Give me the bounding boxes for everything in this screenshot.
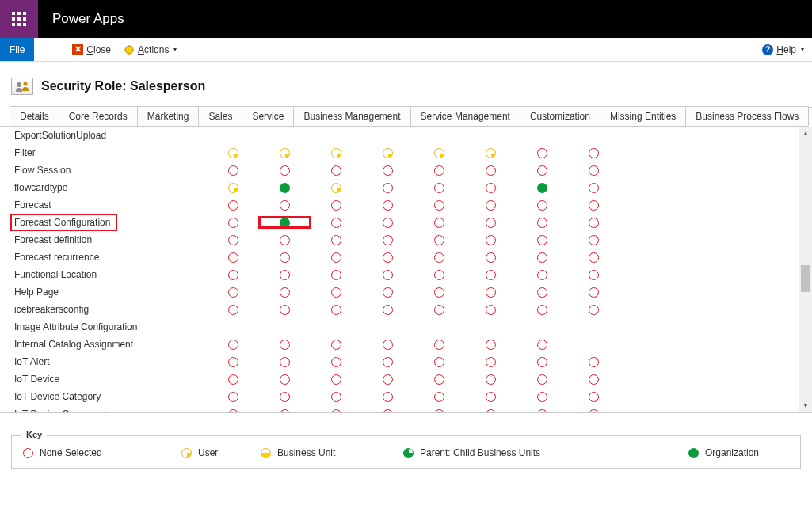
privilege-cell[interactable] bbox=[568, 252, 619, 263]
privilege-cell[interactable] bbox=[362, 147, 414, 158]
privilege-cell[interactable] bbox=[465, 165, 517, 176]
privilege-cell[interactable] bbox=[414, 234, 465, 245]
privilege-cell[interactable] bbox=[465, 287, 517, 298]
privilege-cell[interactable] bbox=[517, 234, 568, 245]
privilege-cell[interactable] bbox=[311, 269, 362, 280]
privilege-cell[interactable] bbox=[259, 408, 311, 412]
help-menu[interactable]: ? Help ▾ bbox=[756, 38, 812, 61]
privilege-cell[interactable] bbox=[311, 165, 362, 176]
privilege-cell[interactable] bbox=[414, 304, 465, 315]
privilege-cell[interactable] bbox=[259, 165, 311, 176]
privilege-cell[interactable] bbox=[414, 408, 465, 412]
privilege-cell[interactable] bbox=[517, 269, 568, 280]
privilege-cell[interactable] bbox=[465, 217, 517, 228]
privilege-cell[interactable] bbox=[362, 182, 414, 193]
privilege-cell[interactable] bbox=[517, 391, 568, 402]
privilege-cell[interactable] bbox=[208, 374, 259, 385]
privilege-cell[interactable] bbox=[208, 182, 259, 193]
privilege-cell[interactable] bbox=[414, 147, 465, 158]
privilege-cell[interactable] bbox=[465, 374, 517, 385]
privilege-cell[interactable] bbox=[517, 165, 568, 176]
privilege-cell[interactable] bbox=[517, 287, 568, 298]
privilege-cell[interactable] bbox=[259, 374, 311, 385]
privilege-cell[interactable] bbox=[465, 339, 517, 350]
privilege-cell[interactable] bbox=[517, 374, 568, 385]
privilege-cell[interactable] bbox=[311, 217, 362, 228]
privilege-cell[interactable] bbox=[259, 252, 311, 263]
scrollbar-track[interactable] bbox=[799, 140, 812, 399]
privilege-cell[interactable] bbox=[517, 147, 568, 158]
privilege-cell[interactable] bbox=[414, 374, 465, 385]
privilege-cell[interactable] bbox=[362, 391, 414, 402]
privilege-cell[interactable] bbox=[414, 287, 465, 298]
privilege-cell[interactable] bbox=[568, 408, 619, 412]
privilege-cell[interactable] bbox=[362, 199, 414, 211]
privilege-cell[interactable] bbox=[465, 391, 517, 402]
privilege-cell[interactable] bbox=[465, 304, 517, 315]
privilege-cell[interactable] bbox=[465, 408, 517, 412]
privilege-cell[interactable] bbox=[208, 339, 259, 350]
privilege-cell[interactable] bbox=[517, 182, 568, 193]
privilege-cell[interactable] bbox=[362, 234, 414, 245]
privilege-cell[interactable] bbox=[311, 199, 362, 211]
scroll-down-arrow-icon[interactable]: ▼ bbox=[799, 399, 812, 412]
privilege-cell[interactable] bbox=[568, 304, 619, 315]
privilege-cell[interactable] bbox=[362, 356, 414, 367]
privilege-cell[interactable] bbox=[568, 217, 619, 228]
tab-core-records[interactable]: Core Records bbox=[59, 106, 138, 126]
privilege-cell[interactable] bbox=[208, 252, 259, 263]
privilege-cell[interactable] bbox=[517, 339, 568, 350]
privilege-cell[interactable] bbox=[311, 391, 362, 402]
privilege-cell[interactable] bbox=[208, 287, 259, 298]
privilege-cell[interactable] bbox=[259, 356, 311, 367]
privilege-cell[interactable] bbox=[414, 165, 465, 176]
privilege-cell[interactable] bbox=[208, 199, 259, 211]
privilege-cell[interactable] bbox=[259, 234, 311, 245]
vertical-scrollbar[interactable]: ▲ ▼ bbox=[799, 127, 812, 412]
tab-service-management[interactable]: Service Management bbox=[410, 106, 520, 126]
tab-missing-entities[interactable]: Missing Entities bbox=[600, 106, 686, 126]
privilege-cell[interactable] bbox=[568, 165, 619, 176]
privilege-cell[interactable] bbox=[259, 199, 311, 211]
privilege-cell[interactable] bbox=[208, 391, 259, 402]
privilege-cell[interactable] bbox=[568, 182, 619, 193]
privilege-cell[interactable] bbox=[311, 234, 362, 245]
privilege-cell[interactable] bbox=[414, 356, 465, 367]
privilege-cell[interactable] bbox=[259, 304, 311, 315]
privilege-cell[interactable] bbox=[465, 234, 517, 245]
tab-service[interactable]: Service bbox=[242, 106, 294, 126]
privilege-cell[interactable] bbox=[362, 374, 414, 385]
privilege-cell[interactable] bbox=[465, 199, 517, 211]
privilege-cell[interactable] bbox=[362, 287, 414, 298]
privilege-cell[interactable] bbox=[311, 304, 362, 315]
privilege-cell[interactable] bbox=[414, 217, 465, 228]
privilege-cell[interactable] bbox=[311, 356, 362, 367]
privilege-cell[interactable] bbox=[517, 199, 568, 211]
privilege-cell[interactable] bbox=[311, 147, 362, 158]
privilege-cell[interactable] bbox=[362, 217, 414, 228]
privilege-cell[interactable] bbox=[208, 408, 259, 412]
privilege-cell[interactable] bbox=[208, 356, 259, 367]
privilege-cell[interactable] bbox=[568, 147, 619, 158]
privilege-cell[interactable] bbox=[208, 304, 259, 315]
actions-menu[interactable]: Actions ▾ bbox=[117, 38, 183, 61]
privilege-cell[interactable] bbox=[517, 217, 568, 228]
privilege-cell[interactable] bbox=[465, 356, 517, 367]
scrollbar-thumb[interactable] bbox=[801, 265, 810, 292]
tab-custom-entities[interactable]: Custom Entities bbox=[808, 107, 812, 127]
privilege-cell[interactable] bbox=[414, 199, 465, 211]
privilege-cell[interactable] bbox=[259, 217, 311, 228]
privilege-cell[interactable] bbox=[517, 252, 568, 263]
tab-customization[interactable]: Customization bbox=[520, 106, 600, 126]
privilege-cell[interactable] bbox=[568, 391, 619, 402]
scroll-up-arrow-icon[interactable]: ▲ bbox=[799, 127, 812, 140]
privilege-cell[interactable] bbox=[362, 252, 414, 263]
privilege-cell[interactable] bbox=[311, 374, 362, 385]
privilege-cell[interactable] bbox=[311, 252, 362, 263]
privilege-cell[interactable] bbox=[259, 147, 311, 158]
privilege-cell[interactable] bbox=[208, 147, 259, 158]
privilege-cell[interactable] bbox=[517, 304, 568, 315]
privilege-cell[interactable] bbox=[259, 269, 311, 280]
privilege-cell[interactable] bbox=[465, 147, 517, 158]
privilege-cell[interactable] bbox=[465, 182, 517, 193]
